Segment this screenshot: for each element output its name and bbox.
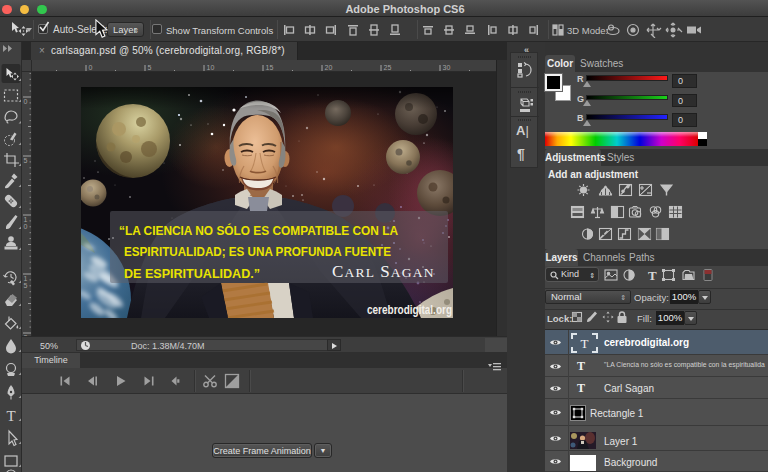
svg-text:10: 10 [207, 64, 215, 71]
svg-text:15: 15 [266, 64, 274, 71]
svg-text:T: T [648, 268, 657, 282]
svg-text:DE ESPIRITUALIDAD.”: DE ESPIRITUALIDAD.” [124, 267, 260, 281]
svg-text:30: 30 [443, 64, 451, 71]
svg-text:T: T [6, 408, 15, 424]
svg-text:“LA CIENCIA NO SÓLO ES COMPATI: “LA CIENCIA NO SÓLO ES COMPATIBLE CON LA [119, 223, 398, 238]
svg-text:ESPIRITUALIDAD; ES UNA PROFUND: ESPIRITUALIDAD; ES UNA PROFUNDA FUENTE [124, 245, 391, 259]
svg-text:5: 5 [24, 282, 28, 289]
svg-text:cerebrodigital.org: cerebrodigital.org [367, 303, 452, 317]
svg-text:1: 1 [24, 216, 28, 223]
svg-text:0: 0 [89, 64, 93, 71]
svg-text:25: 25 [384, 64, 392, 71]
svg-text:0: 0 [24, 223, 28, 230]
svg-text:0: 0 [24, 98, 28, 105]
svg-text:T: T [581, 336, 589, 351]
svg-text:1: 1 [24, 275, 28, 282]
svg-text:CARLSAGAN: CARLSAGAN [332, 262, 435, 281]
svg-text:20: 20 [325, 64, 333, 71]
svg-text:5: 5 [148, 64, 152, 71]
svg-text:5: 5 [24, 157, 28, 164]
